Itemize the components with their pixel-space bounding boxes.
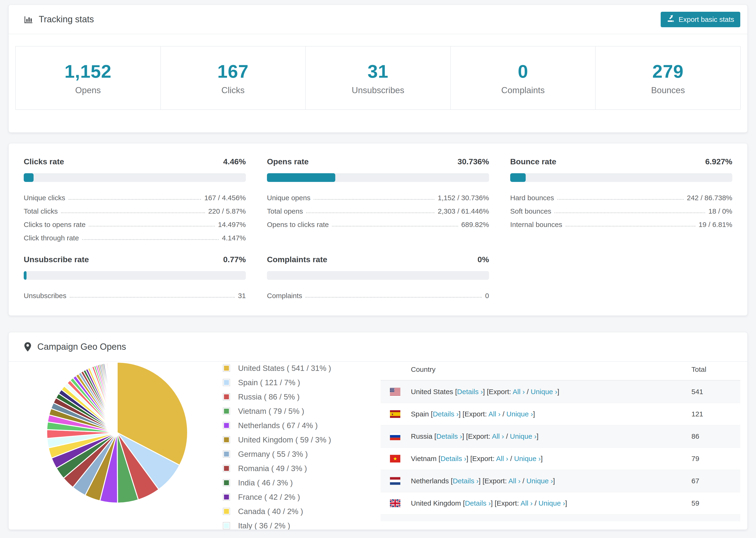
details-link[interactable]: Details › — [453, 477, 478, 485]
dotted-leader — [61, 212, 205, 213]
stat-clicks: 167Clicks — [160, 46, 305, 109]
rate-progress-bar — [24, 173, 246, 182]
export-all-link[interactable]: All › — [496, 455, 508, 462]
dotted-leader — [69, 199, 201, 200]
country-name: United Kingdom [ — [411, 499, 465, 507]
country-name: United States [ — [411, 388, 457, 396]
rate-detail-value: 4.147% — [222, 234, 246, 242]
dotted-leader — [314, 199, 434, 200]
table-row: Russia [Details ›] [Export: All › / Uniq… — [381, 425, 740, 447]
tracking-stats-header: Tracking stats Export basic stats — [9, 5, 747, 34]
dotted-leader — [566, 226, 695, 227]
geo-opens-pie-chart[interactable] — [42, 357, 192, 508]
nl-flag-icon — [390, 477, 400, 485]
total-cell: 121 — [691, 410, 740, 418]
total-cell: 86 — [691, 432, 740, 440]
tracking-stats-title: Tracking stats — [24, 14, 94, 25]
legend-label: Italy ( 36 / 2% ) — [238, 521, 290, 530]
total-cell: 59 — [691, 499, 740, 507]
export-icon — [667, 15, 675, 24]
es-flag-icon — [390, 410, 400, 418]
rate-detail-row: Soft bounces18 / 0% — [510, 202, 732, 215]
rate-detail-row: Unsubscribes31 — [24, 286, 246, 300]
legend-item-italy[interactable]: Italy ( 36 / 2% ) — [223, 518, 331, 530]
legend-item-russia[interactable]: Russia ( 86 / 5% ) — [223, 390, 331, 404]
stat-label: Unsubscribes — [352, 85, 404, 95]
export-all-link[interactable]: All › — [508, 477, 520, 485]
rate-value: 4.46% — [223, 157, 246, 166]
rate-detail-label: Opens to clicks rate — [267, 221, 329, 229]
export-unique-link[interactable]: Unique › — [526, 477, 553, 485]
dotted-leader — [557, 199, 684, 200]
export-unique-link[interactable]: Unique › — [507, 410, 533, 418]
details-link[interactable]: Details › — [457, 388, 483, 396]
rate-detail-label: Complaints — [267, 292, 302, 300]
legend-item-france[interactable]: France ( 42 / 2% ) — [223, 490, 331, 504]
campaign-geo-opens-title: Campaign Geo Opens — [24, 342, 126, 352]
pie-slice[interactable] — [117, 362, 117, 433]
rate-detail-row: Clicks to opens rate14.497% — [24, 215, 246, 229]
rate-detail-label: Total opens — [267, 207, 303, 215]
export-all-link[interactable]: All › — [513, 388, 525, 396]
country-cell: Vietnam [Details ›] [Export: All › / Uni… — [381, 455, 691, 463]
legend-item-india[interactable]: India ( 46 / 3% ) — [223, 476, 331, 490]
export-all-link[interactable]: All › — [492, 432, 504, 440]
rate-progress-fill — [267, 173, 335, 182]
page-title: Tracking stats — [39, 14, 94, 25]
table-row: Vietnam [Details ›] [Export: All › / Uni… — [381, 447, 740, 470]
export-unique-link[interactable]: Unique › — [510, 432, 536, 440]
legend-label: France ( 42 / 2% ) — [238, 493, 300, 502]
dotted-leader — [555, 212, 705, 213]
rate-detail-row: Unique opens1,152 / 30.736% — [267, 188, 489, 202]
geo-table-header-row: Country Total — [381, 359, 740, 381]
legend-label: Russia ( 86 / 5% ) — [238, 393, 299, 402]
legend-item-germany[interactable]: Germany ( 55 / 3% ) — [223, 447, 331, 461]
export-unique-link[interactable]: Unique › — [539, 499, 565, 507]
rate-progress-fill — [24, 173, 33, 182]
rate-detail-value: 689.82% — [461, 221, 489, 229]
export-unique-link[interactable]: Unique › — [531, 388, 557, 396]
rate-detail-label: Unique opens — [267, 194, 310, 202]
details-link[interactable]: Details › — [433, 410, 459, 418]
geo-opens-table: Country Total United States [Details ›] … — [381, 359, 740, 521]
export-basic-stats-button[interactable]: Export basic stats — [661, 12, 740, 27]
export-all-link[interactable]: All › — [520, 499, 533, 507]
country-cell: Netherlands [Details ›] [Export: All › /… — [381, 477, 691, 485]
legend-color-swatch — [223, 379, 230, 386]
legend-item-vietnam[interactable]: Vietnam ( 79 / 5% ) — [223, 404, 331, 418]
country-cell: Spain [Details ›] [Export: All › / Uniqu… — [381, 410, 691, 418]
legend-item-spain[interactable]: Spain ( 121 / 7% ) — [223, 375, 331, 390]
legend-label: Canada ( 40 / 2% ) — [238, 507, 303, 516]
map-pin-icon — [24, 342, 32, 352]
rate-detail-label: Hard bounces — [510, 194, 554, 202]
stat-unsubscribes: 31Unsubscribes — [305, 46, 450, 109]
us-flag-icon — [390, 388, 400, 396]
legend-item-canada[interactable]: Canada ( 40 / 2% ) — [223, 504, 331, 518]
legend-item-united-states[interactable]: United States ( 541 / 31% ) — [223, 361, 331, 375]
rate-detail-value: 0 — [485, 292, 489, 300]
legend-label: India ( 46 / 3% ) — [238, 478, 293, 487]
legend-item-united-kingdom[interactable]: United Kingdom ( 59 / 3% ) — [223, 433, 331, 447]
legend-label: United Kingdom ( 59 / 3% ) — [238, 435, 331, 444]
legend-item-netherlands[interactable]: Netherlands ( 67 / 4% ) — [223, 418, 331, 433]
rate-progress-bar — [267, 271, 489, 280]
stat-label: Bounces — [651, 85, 685, 95]
stat-bounces: 279Bounces — [595, 46, 740, 109]
legend-item-romania[interactable]: Romania ( 49 / 3% ) — [223, 461, 331, 476]
details-link[interactable]: Details › — [441, 455, 466, 462]
rates-card: Clicks rate4.46%Unique clicks167 / 4.456… — [9, 143, 747, 316]
export-unique-link[interactable]: Unique › — [514, 455, 541, 462]
rate-detail-row: Internal bounces19 / 6.81% — [510, 215, 732, 229]
stat-strip: 1,152Opens167Clicks31Unsubscribes0Compla… — [15, 46, 741, 110]
table-row: United States [Details ›] [Export: All ›… — [381, 381, 740, 403]
export-button-label: Export basic stats — [678, 16, 734, 24]
export-all-link[interactable]: All › — [488, 410, 501, 418]
legend-label: Germany ( 55 / 3% ) — [238, 450, 308, 459]
details-link[interactable]: Details › — [436, 432, 462, 440]
country-name: Vietnam [ — [411, 455, 441, 462]
table-row: Spain [Details ›] [Export: All › / Uniqu… — [381, 403, 740, 425]
country-name: Netherlands [ — [411, 477, 453, 485]
vn-flag-icon — [390, 455, 400, 463]
details-link[interactable]: Details › — [465, 499, 491, 507]
rate-detail-value: 220 / 5.87% — [208, 207, 246, 215]
